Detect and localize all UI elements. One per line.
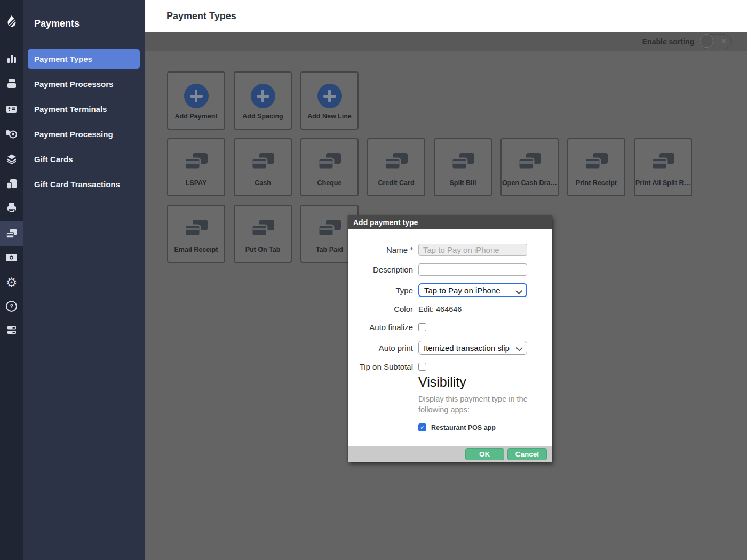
register-icon[interactable]	[0, 71, 23, 96]
tile-label: Add Payment	[168, 113, 224, 120]
tile-label: Email Receipt	[168, 246, 224, 253]
plus-icon	[317, 84, 342, 108]
tile-label: Add New Line	[301, 113, 357, 120]
sidebar-item-payment-processors[interactable]: Payment Processors	[28, 74, 140, 94]
settings-icon[interactable]: ⚙	[0, 270, 23, 295]
chevron-down-icon	[515, 287, 522, 294]
payment-type-tile-credit-card[interactable]: Credit Card	[367, 138, 425, 196]
type-select-value: Tap to Pay on iPhone	[424, 286, 500, 295]
enable-sorting-label: Enable sorting	[642, 37, 694, 46]
sidebar-item-payment-processing[interactable]: Payment Processing	[28, 124, 140, 144]
payment-type-tile-lspay[interactable]: LSPAY	[167, 138, 225, 196]
payment-type-tile-put-on-tab[interactable]: Put On Tab	[234, 205, 292, 263]
action-tile-row: Add Payment Add Spacing Add New Line	[167, 71, 747, 130]
tile-label: Print All Split R…	[635, 179, 691, 187]
auto-finalize-checkbox[interactable]	[418, 323, 426, 331]
cards-icon	[251, 219, 275, 239]
reports-icon[interactable]	[0, 46, 23, 71]
description-input[interactable]	[418, 263, 527, 276]
tile-label: Put On Tab	[235, 246, 291, 253]
payment-type-tile-cash[interactable]: Cash	[234, 138, 292, 196]
tile-label: Open Cash Dra…	[502, 179, 558, 187]
sidebar: Payments Payment Types Payment Processor…	[23, 0, 145, 560]
modal-footer: OK Cancel	[348, 446, 552, 462]
tile-label: Print Receipt	[568, 179, 624, 187]
printer-icon[interactable]	[0, 196, 23, 220]
add-new-line-tile[interactable]: Add New Line	[300, 71, 359, 130]
visibility-heading: Visibility	[418, 374, 552, 390]
payment-type-tile-email-receipt[interactable]: Email Receipt	[167, 205, 225, 263]
question-glyph: ?	[6, 301, 17, 312]
cards-icon	[317, 152, 342, 172]
cards-icon	[384, 152, 409, 172]
auto-print-label: Auto print	[348, 343, 418, 353]
modal-title: Add payment type	[348, 215, 552, 229]
add-payment-tile[interactable]: Add Payment	[167, 71, 225, 130]
tile-label: Credit Card	[368, 179, 424, 187]
payments-icon[interactable]	[0, 221, 23, 246]
type-select[interactable]: Tap to Pay on iPhone	[418, 283, 527, 297]
auto-print-select[interactable]: Itemized transaction slip	[418, 341, 527, 355]
auto-finalize-label: Auto finalize	[348, 323, 418, 332]
enable-sorting-toggle[interactable]: ×	[700, 34, 732, 49]
payment-type-tile-split-bill[interactable]: Split Bill	[434, 138, 492, 196]
menus-icon[interactable]	[0, 147, 23, 171]
toggle-knob	[700, 34, 713, 48]
add-spacing-tile[interactable]: Add Spacing	[234, 71, 292, 130]
restaurant-pos-app-checkbox[interactable]: ✓	[418, 423, 426, 431]
lightspeed-logo-icon[interactable]	[0, 14, 23, 30]
tip-on-subtotal-label: Tip on Subtotal	[348, 362, 418, 371]
help-icon[interactable]: ?	[0, 294, 23, 318]
tile-label: Cheque	[301, 179, 357, 187]
payment-type-tile-print-receipt[interactable]: Print Receipt	[567, 138, 625, 196]
page-title: Payment Types	[166, 11, 236, 22]
cards-icon	[184, 152, 209, 172]
tile-label: LSPAY	[168, 179, 224, 187]
dining-icon[interactable]	[0, 122, 23, 146]
cards-icon	[584, 152, 609, 172]
type-label: Type	[348, 286, 418, 295]
payment-type-tile-print-all-split[interactable]: Print All Split R…	[634, 138, 692, 196]
plus-icon	[251, 84, 275, 108]
tip-on-subtotal-checkbox[interactable]	[418, 363, 426, 371]
sidebar-item-payment-terminals[interactable]: Payment Terminals	[28, 99, 140, 119]
toggle-off-icon: ×	[721, 36, 726, 45]
sidebar-title: Payments	[23, 0, 145, 29]
modal-body: Name * Description Type Tap to Pay on iP…	[348, 229, 552, 446]
tile-label: Add Spacing	[235, 113, 291, 120]
sidebar-item-payment-types[interactable]: Payment Types	[28, 49, 140, 69]
cards-icon	[518, 152, 542, 172]
gear-glyph: ⚙	[6, 276, 18, 289]
cancel-button[interactable]: Cancel	[507, 448, 547, 460]
cash-icon[interactable]	[0, 245, 23, 270]
restaurant-pos-app-label: Restaurant POS app	[431, 424, 496, 431]
kitchen-icon[interactable]	[0, 318, 23, 342]
customers-icon[interactable]	[0, 97, 23, 121]
payment-type-tile-open-cash-drawer[interactable]: Open Cash Dra…	[500, 138, 559, 196]
sidebar-item-gift-card-transactions[interactable]: Gift Card Transactions	[28, 174, 140, 194]
add-payment-type-modal: Add payment type Name * Description Type…	[348, 215, 552, 462]
visibility-description: Display this payment type in the followi…	[418, 394, 549, 415]
plus-icon	[184, 84, 209, 108]
cards-icon	[651, 152, 676, 172]
name-input[interactable]	[418, 244, 527, 256]
payment-type-tile-row-1: LSPAY Cash Cheque Credit Card Split Bill…	[167, 138, 747, 196]
chevron-down-icon	[516, 345, 523, 351]
auto-print-select-value: Itemized transaction slip	[424, 343, 510, 353]
tile-label: Split Bill	[435, 179, 491, 187]
icon-rail: ⚙ ?	[0, 0, 23, 560]
cards-icon	[184, 219, 209, 239]
tile-label: Cash	[235, 179, 291, 187]
payment-type-tile-cheque[interactable]: Cheque	[300, 138, 359, 196]
sidebar-item-gift-cards[interactable]: Gift Cards	[28, 149, 140, 169]
color-label: Color	[348, 305, 418, 314]
visibility-section: Visibility Display this payment type in …	[418, 374, 552, 431]
name-label: Name *	[348, 245, 418, 254]
devices-icon[interactable]	[0, 172, 23, 196]
page-header: Payment Types	[145, 0, 747, 32]
ok-button[interactable]: OK	[465, 448, 504, 460]
color-edit-link[interactable]: Edit: 464646	[418, 305, 462, 314]
sidebar-nav: Payment Types Payment Processors Payment…	[23, 49, 145, 194]
toolbar: Enable sorting ×	[145, 32, 747, 51]
cards-icon	[451, 152, 475, 172]
